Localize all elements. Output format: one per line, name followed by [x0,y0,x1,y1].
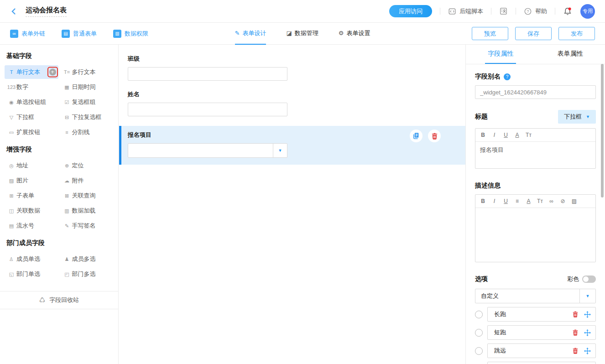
align-icon[interactable]: ≡ [511,198,523,204]
action-button[interactable]: 预览 [472,27,508,40]
option-radio[interactable] [475,329,483,337]
sidebar-field-item[interactable]: ♟ 成员多选 [60,252,114,266]
sidebar-field-item[interactable]: ⊞ 子表单 [5,189,58,203]
main-tab[interactable]: ⚙ 表单设置 [339,23,370,45]
form-field-row[interactable]: 班级 [128,55,456,81]
underline-icon[interactable]: U [500,132,511,138]
panel-tab[interactable]: 字段属性 [466,45,536,64]
link-icon[interactable]: ∞ [546,198,557,204]
font-color-icon[interactable]: A [511,132,523,138]
sidebar-field-item[interactable]: ✎ 手写签名 [60,219,114,233]
sidebar-field-item[interactable]: ◱ 部门单选 [5,267,58,281]
description-editor-content[interactable] [475,208,595,262]
sidebar-field-item[interactable]: T= 多行文本 + [60,65,114,79]
sidebar-field-item[interactable]: ♙ 成员单选 [5,252,58,266]
chevron-down-icon: ▼ [579,289,595,303]
sidebar-field-item[interactable]: ⊟ 下拉复选框 + [60,110,114,124]
underline-icon[interactable]: U [500,198,511,204]
main-tab[interactable]: ✎ 表单设计 [235,23,266,45]
alias-input[interactable] [475,85,596,99]
option-input[interactable]: 跳远 [487,343,596,358]
form-field-row[interactable]: 姓名 [128,90,456,116]
sidebar-field-item[interactable]: ▭ 扩展按钮 + [5,125,58,139]
option-radio[interactable] [475,311,483,318]
field-recycle-bin[interactable]: ♺ 字段回收站 [0,291,118,309]
field-type-label: 复选框组 [72,98,96,106]
action-button[interactable]: 保存 [515,27,552,40]
field-type-icon: T [6,69,16,75]
contacts-button[interactable] [499,7,508,16]
name-input[interactable] [128,103,287,116]
font-color-icon[interactable]: A [523,198,534,204]
add-field-button[interactable]: + [47,67,58,78]
class-input[interactable] [128,67,287,81]
font-size-icon[interactable]: Tт [534,198,546,204]
bold-icon[interactable]: B [477,198,489,204]
move-icon [584,311,591,318]
font-size-icon[interactable]: Tт [523,132,534,138]
action-button[interactable]: 发布 [558,27,595,40]
field-type-label: 部门多选 [72,270,96,278]
bold-icon[interactable]: B [477,132,489,138]
option-input[interactable]: 铅球 [487,362,596,364]
italic-icon[interactable]: I [489,198,500,204]
sidebar-field-item[interactable]: ▨ 图片 [5,174,58,187]
field-type-icon: 123 [6,84,16,90]
duplicate-field-button[interactable] [410,130,422,142]
sidebar-field-item[interactable]: ☑ 复选框组 + [60,95,114,109]
sidebar-field-item[interactable]: ☁ 附件 [60,174,114,187]
sidebar-field-item[interactable]: ◫ 关联数据 [5,204,58,218]
notification-bell-icon[interactable] [563,7,572,16]
chevron-down-icon: ▼ [273,144,287,157]
sidebar-field-item[interactable]: ◉ 单选按钮组 + [5,95,58,109]
main-tab[interactable]: ◪ 数据管理 [286,23,318,45]
form-shortcut-button[interactable]: ▥ 数据权限 [113,30,148,38]
title-editor-content[interactable]: 报名项目 [475,142,595,168]
sidebar-field-item[interactable]: ▽ 下拉框 + [5,110,58,124]
options-source-dropdown[interactable]: 自定义 ▼ [475,289,596,303]
sidebar-field-item[interactable]: ≡ 分割线 + [60,125,114,139]
help-tooltip-icon[interactable]: ? [504,73,511,80]
drag-option-handle[interactable] [584,311,591,318]
unlink-icon[interactable]: ⊘ [557,198,568,204]
app-access-button[interactable]: 应用访问 [389,5,432,17]
field-type-dropdown[interactable]: 下拉框 ▼ [558,110,596,124]
option-radio[interactable] [475,347,483,355]
panel-scrollbar[interactable] [601,64,604,198]
toggle-knob [583,276,589,282]
sidebar-field-item[interactable]: ◎ 地址 [5,159,58,172]
page-title[interactable]: 运动会报名表 [26,6,67,17]
panel-tab[interactable]: 表单属性 [536,45,605,64]
sidebar-field-item[interactable]: ⊠ 关联查询 [60,189,114,203]
backend-script-label: 后端脚本 [459,7,483,16]
drag-option-handle[interactable] [584,329,591,336]
form-shortcut-button[interactable]: ∞ 表单外链 [10,30,45,38]
image-icon[interactable]: ▨ [568,198,580,204]
form-shortcut-button[interactable]: ▤ 普通表单 [62,30,97,38]
avatar[interactable]: 专用 [580,4,595,19]
sidebar-field-item[interactable]: ▦ 日期时间 + [60,80,114,94]
option-input[interactable]: 长跑 [487,307,596,322]
event-select[interactable]: ▼ [128,143,287,158]
selected-field-row[interactable]: 报名项目 ▼ [119,126,465,165]
option-input[interactable]: 短跑 [487,325,596,340]
delete-field-button[interactable] [428,130,441,142]
delete-option-button[interactable] [572,348,579,354]
delete-option-button[interactable] [572,329,579,336]
panel-tab-label: 表单属性 [555,45,586,64]
sidebar-field-item[interactable]: ⊕ 定位 [60,159,114,172]
color-toggle[interactable] [582,276,596,283]
field-type-label: 成员多选 [72,255,96,263]
back-button[interactable] [10,8,17,15]
sidebar-field-item[interactable]: ◰ 部门多选 [60,267,114,281]
drag-option-handle[interactable] [584,348,591,354]
help-button[interactable]: ? 帮助 [524,7,547,16]
italic-icon[interactable]: I [489,132,500,138]
sidebar-field-item[interactable]: ▤ 流水号 [5,219,58,233]
delete-option-button[interactable] [572,311,579,317]
sidebar-field-item[interactable]: T 单行文本 + [5,65,58,79]
backend-script-button[interactable]: 后端脚本 [448,7,483,16]
sidebar-field-item[interactable]: ▥ 数据加载 [60,204,114,218]
sidebar-field-item[interactable]: 123 数字 + [5,80,58,94]
trash-icon [572,329,579,336]
